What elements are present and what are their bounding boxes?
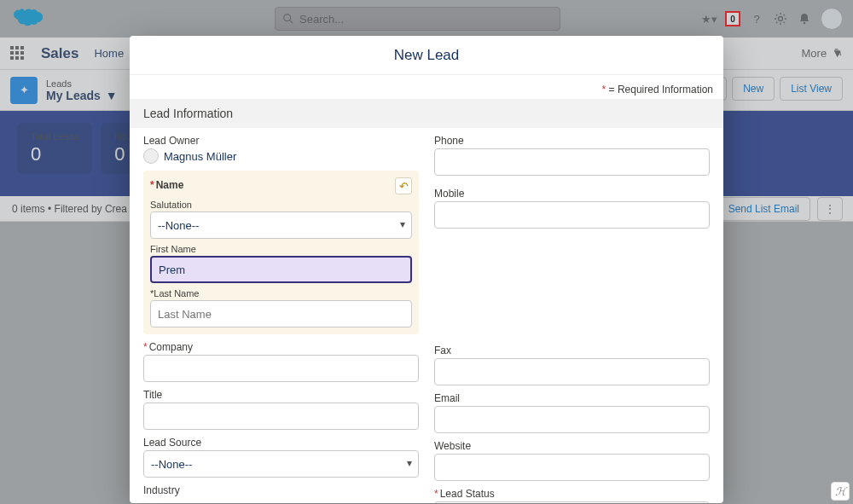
title-label: Title: [143, 389, 419, 401]
phone-input[interactable]: [434, 148, 710, 176]
lead-owner-value: Magnus Müller: [164, 150, 236, 163]
name-compound-field: *Name ↶ Salutation --None-- First Name *…: [143, 171, 419, 334]
email-input[interactable]: [434, 406, 710, 433]
phone-label: Phone: [434, 135, 710, 147]
owner-avatar-icon: [143, 148, 159, 164]
leadstatus-label: Lead Status: [440, 488, 495, 500]
new-lead-modal: New Lead * = Required Information Lead I…: [130, 36, 723, 503]
salutation-label: Salutation: [150, 200, 412, 210]
first-name-label: First Name: [150, 244, 412, 254]
required-info-note: * = Required Information: [130, 75, 723, 99]
company-label: Company: [149, 341, 193, 353]
last-name-input[interactable]: [150, 300, 412, 327]
corner-widget-icon[interactable]: ℋ: [831, 482, 850, 501]
last-name-label: Last Name: [154, 288, 199, 298]
title-input[interactable]: [143, 403, 419, 430]
mobile-label: Mobile: [434, 188, 710, 200]
name-label: Name: [156, 179, 184, 191]
website-input[interactable]: [434, 454, 710, 481]
website-label: Website: [434, 440, 710, 452]
leadsource-select[interactable]: --None--: [143, 450, 419, 478]
lead-owner-label: Lead Owner: [143, 135, 419, 147]
leadsource-label: Lead Source: [143, 437, 419, 449]
fax-input[interactable]: [434, 358, 710, 385]
section-lead-info: Lead Information: [130, 99, 723, 128]
first-name-input[interactable]: [150, 256, 412, 283]
industry-label: Industry: [143, 484, 419, 496]
fax-label: Fax: [434, 345, 710, 356]
undo-name-icon[interactable]: ↶: [395, 177, 412, 194]
email-label: Email: [434, 392, 710, 404]
leadstatus-select[interactable]: Open - Not Contacted: [434, 501, 710, 503]
salutation-select[interactable]: --None--: [150, 211, 412, 239]
mobile-input[interactable]: [434, 201, 710, 229]
modal-title: New Lead: [130, 36, 723, 75]
company-input[interactable]: [143, 355, 419, 382]
